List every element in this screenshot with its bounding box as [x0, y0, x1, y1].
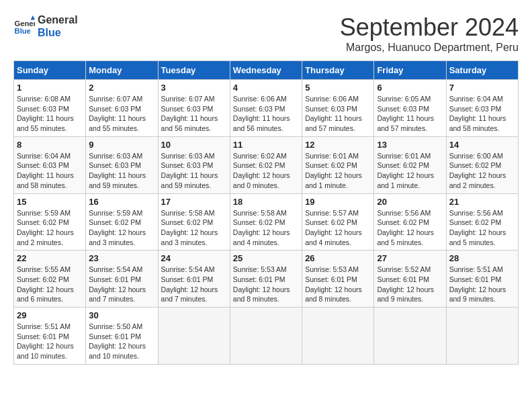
calendar-cell: 29Sunrise: 5:51 AMSunset: 6:01 PMDayligh… [14, 308, 86, 365]
day-info: Sunrise: 5:57 AMSunset: 6:02 PMDaylight:… [305, 208, 371, 248]
day-info: Sunrise: 5:51 AMSunset: 6:01 PMDaylight:… [449, 265, 515, 304]
calendar-cell: 17Sunrise: 5:58 AMSunset: 6:02 PMDayligh… [158, 193, 230, 250]
day-number: 23 [89, 253, 154, 263]
location-subtitle: Margos, Huanuco Department, Peru [340, 42, 519, 54]
day-number: 9 [89, 140, 154, 150]
calendar-cell: 3Sunrise: 6:07 AMSunset: 6:03 PMDaylight… [158, 80, 230, 137]
logo-text-blue: Blue [38, 26, 78, 39]
calendar-cell [446, 308, 518, 365]
day-info: Sunrise: 6:00 AMSunset: 6:02 PMDaylight:… [449, 151, 515, 191]
calendar-cell: 25Sunrise: 5:53 AMSunset: 6:01 PMDayligh… [230, 250, 302, 308]
calendar-cell: 20Sunrise: 5:56 AMSunset: 6:02 PMDayligh… [374, 193, 446, 250]
calendar-cell: 21Sunrise: 5:56 AMSunset: 6:02 PMDayligh… [446, 193, 518, 250]
day-info: Sunrise: 5:51 AMSunset: 6:01 PMDaylight:… [17, 322, 83, 361]
day-info: Sunrise: 6:04 AMSunset: 6:03 PMDaylight:… [449, 94, 515, 134]
day-number: 14 [449, 140, 515, 150]
day-info: Sunrise: 6:08 AMSunset: 6:03 PMDaylight:… [17, 94, 83, 134]
day-number: 10 [161, 140, 227, 150]
day-number: 5 [305, 83, 371, 93]
calendar-cell [230, 308, 302, 365]
calendar-cell: 27Sunrise: 5:52 AMSunset: 6:01 PMDayligh… [374, 250, 446, 308]
calendar-day-header: Monday [86, 61, 158, 80]
calendar-cell: 6Sunrise: 6:05 AMSunset: 6:03 PMDaylight… [374, 80, 446, 137]
calendar-cell [302, 308, 374, 365]
day-info: Sunrise: 6:01 AMSunset: 6:02 PMDaylight:… [305, 151, 371, 191]
calendar-header-row: SundayMondayTuesdayWednesdayThursdayFrid… [14, 61, 519, 80]
calendar-day-header: Thursday [302, 61, 374, 80]
svg-text:Blue: Blue [15, 27, 31, 35]
day-info: Sunrise: 5:55 AMSunset: 6:02 PMDaylight:… [17, 265, 83, 304]
calendar-cell: 1Sunrise: 6:08 AMSunset: 6:03 PMDaylight… [14, 80, 86, 137]
day-number: 6 [377, 83, 443, 93]
calendar-day-header: Friday [374, 61, 446, 80]
calendar-day-header: Wednesday [230, 61, 302, 80]
day-info: Sunrise: 5:53 AMSunset: 6:01 PMDaylight:… [233, 265, 299, 304]
calendar-cell: 8Sunrise: 6:04 AMSunset: 6:03 PMDaylight… [14, 136, 86, 193]
calendar-week-row: 1Sunrise: 6:08 AMSunset: 6:03 PMDaylight… [14, 80, 519, 137]
day-info: Sunrise: 5:52 AMSunset: 6:01 PMDaylight:… [377, 265, 443, 304]
day-number: 26 [305, 253, 371, 263]
calendar-cell: 2Sunrise: 6:07 AMSunset: 6:03 PMDaylight… [86, 80, 158, 137]
day-info: Sunrise: 6:07 AMSunset: 6:03 PMDaylight:… [89, 94, 154, 134]
day-info: Sunrise: 5:58 AMSunset: 6:02 PMDaylight:… [233, 208, 299, 248]
calendar-cell: 4Sunrise: 6:06 AMSunset: 6:03 PMDaylight… [230, 80, 302, 137]
day-number: 20 [377, 197, 443, 207]
calendar-cell: 9Sunrise: 6:03 AMSunset: 6:03 PMDaylight… [86, 136, 158, 193]
day-info: Sunrise: 6:06 AMSunset: 6:03 PMDaylight:… [305, 94, 371, 134]
calendar-cell: 28Sunrise: 5:51 AMSunset: 6:01 PMDayligh… [446, 250, 518, 308]
day-info: Sunrise: 5:54 AMSunset: 6:01 PMDaylight:… [89, 265, 154, 304]
svg-marker-2 [31, 15, 35, 19]
title-section: September 2024 Margos, Huanuco Departmen… [340, 13, 519, 54]
calendar-week-row: 29Sunrise: 5:51 AMSunset: 6:01 PMDayligh… [14, 308, 519, 365]
calendar-day-header: Saturday [446, 61, 518, 80]
day-number: 19 [305, 197, 371, 207]
day-number: 29 [17, 310, 83, 320]
calendar-body: 1Sunrise: 6:08 AMSunset: 6:03 PMDaylight… [14, 80, 519, 365]
day-info: Sunrise: 6:05 AMSunset: 6:03 PMDaylight:… [377, 94, 443, 134]
day-number: 12 [305, 140, 371, 150]
calendar-cell [374, 308, 446, 365]
logo: General Blue General Blue [13, 13, 78, 39]
page-header: General Blue General Blue September 2024… [13, 13, 519, 54]
day-info: Sunrise: 5:53 AMSunset: 6:01 PMDaylight:… [305, 265, 371, 304]
calendar-day-header: Sunday [14, 61, 86, 80]
day-number: 4 [233, 83, 299, 93]
day-info: Sunrise: 5:56 AMSunset: 6:02 PMDaylight:… [449, 208, 515, 248]
logo-icon: General Blue [13, 15, 35, 37]
day-info: Sunrise: 6:02 AMSunset: 6:02 PMDaylight:… [233, 151, 299, 191]
day-info: Sunrise: 5:59 AMSunset: 6:02 PMDaylight:… [89, 208, 154, 248]
day-number: 18 [233, 197, 299, 207]
day-number: 1 [17, 83, 83, 93]
calendar-cell: 18Sunrise: 5:58 AMSunset: 6:02 PMDayligh… [230, 193, 302, 250]
calendar-cell: 14Sunrise: 6:00 AMSunset: 6:02 PMDayligh… [446, 136, 518, 193]
calendar-cell: 24Sunrise: 5:54 AMSunset: 6:01 PMDayligh… [158, 250, 230, 308]
month-title: September 2024 [340, 13, 519, 42]
day-number: 25 [233, 253, 299, 263]
day-number: 15 [17, 197, 83, 207]
day-info: Sunrise: 5:56 AMSunset: 6:02 PMDaylight:… [377, 208, 443, 248]
day-info: Sunrise: 5:50 AMSunset: 6:01 PMDaylight:… [89, 322, 154, 361]
day-number: 3 [161, 83, 227, 93]
calendar-week-row: 8Sunrise: 6:04 AMSunset: 6:03 PMDaylight… [14, 136, 519, 193]
day-number: 21 [449, 197, 515, 207]
day-number: 27 [377, 253, 443, 263]
day-info: Sunrise: 6:06 AMSunset: 6:03 PMDaylight:… [233, 94, 299, 134]
calendar-cell: 22Sunrise: 5:55 AMSunset: 6:02 PMDayligh… [14, 250, 86, 308]
calendar-cell: 7Sunrise: 6:04 AMSunset: 6:03 PMDaylight… [446, 80, 518, 137]
calendar-cell: 30Sunrise: 5:50 AMSunset: 6:01 PMDayligh… [86, 308, 158, 365]
day-info: Sunrise: 6:01 AMSunset: 6:02 PMDaylight:… [377, 151, 443, 191]
day-number: 28 [449, 253, 515, 263]
calendar-cell: 10Sunrise: 6:03 AMSunset: 6:03 PMDayligh… [158, 136, 230, 193]
day-number: 24 [161, 253, 227, 263]
calendar-cell: 26Sunrise: 5:53 AMSunset: 6:01 PMDayligh… [302, 250, 374, 308]
day-number: 2 [89, 83, 154, 93]
day-info: Sunrise: 5:59 AMSunset: 6:02 PMDaylight:… [17, 208, 83, 248]
calendar-cell: 15Sunrise: 5:59 AMSunset: 6:02 PMDayligh… [14, 193, 86, 250]
day-number: 16 [89, 197, 154, 207]
day-number: 17 [161, 197, 227, 207]
calendar-cell: 16Sunrise: 5:59 AMSunset: 6:02 PMDayligh… [86, 193, 158, 250]
logo-text-general: General [38, 13, 78, 26]
calendar-cell: 19Sunrise: 5:57 AMSunset: 6:02 PMDayligh… [302, 193, 374, 250]
calendar-cell: 11Sunrise: 6:02 AMSunset: 6:02 PMDayligh… [230, 136, 302, 193]
calendar-week-row: 22Sunrise: 5:55 AMSunset: 6:02 PMDayligh… [14, 250, 519, 308]
